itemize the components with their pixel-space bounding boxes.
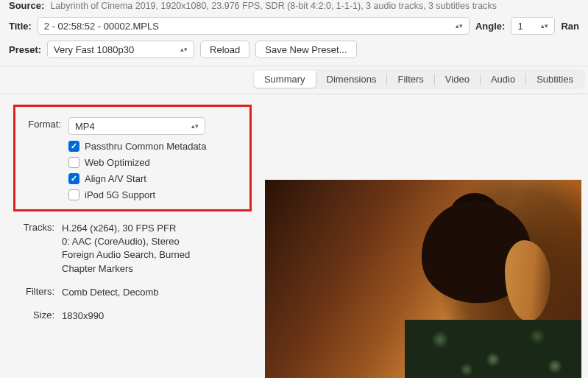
passthru-metadata-checkbox[interactable]: ✓: [68, 141, 79, 152]
ipod-5g-label: iPod 5G Support: [85, 189, 155, 200]
tab-group: Summary Dimensions Filters Video Audio S…: [252, 69, 585, 89]
angle-select[interactable]: 1 ▴▾: [511, 17, 555, 35]
range-label: Ran: [561, 21, 579, 32]
angle-label: Angle:: [475, 21, 505, 32]
web-optimized-checkbox[interactable]: [68, 157, 79, 168]
preview-image: [265, 180, 581, 378]
align-av-label: Align A/V Start: [85, 173, 146, 184]
tracks-label: Tracks:: [13, 222, 54, 233]
source-text: Labyrinth of Cinema 2019, 1920x1080, 23.…: [50, 1, 497, 11]
tracks-value: H.264 (x264), 30 FPS PFR 0: AAC (CoreAud…: [62, 222, 190, 276]
filters-label: Filters:: [13, 286, 54, 297]
tab-dimensions[interactable]: Dimensions: [316, 71, 387, 88]
title-value: 2 - 02:58:52 - 00002.MPLS: [44, 21, 159, 32]
title-label: Title:: [9, 21, 32, 32]
tracks-line: 0: AAC (CoreAudio), Stereo: [62, 235, 190, 248]
source-label: Source:: [9, 0, 44, 11]
format-value: MP4: [75, 121, 95, 132]
web-optimized-label: Web Optimized: [85, 157, 150, 168]
title-select[interactable]: 2 - 02:58:52 - 00002.MPLS ▴▾: [38, 17, 470, 35]
align-av-checkbox[interactable]: ✓: [68, 173, 79, 184]
updown-icon: ▴▾: [191, 123, 199, 130]
tab-subtitles[interactable]: Subtitles: [526, 71, 584, 88]
format-label: Format:: [20, 117, 61, 130]
preset-value: Very Fast 1080p30: [54, 44, 134, 55]
summary-panel: Format: MP4 ▴▾ ✓ Passthru Common Metadat…: [0, 94, 265, 378]
updown-icon: ▴▾: [180, 46, 188, 53]
save-new-preset-button[interactable]: Save New Preset...: [255, 41, 356, 58]
reload-button[interactable]: Reload: [200, 41, 249, 58]
tracks-line: Foreign Audio Search, Burned: [62, 248, 190, 262]
preset-label: Preset:: [9, 44, 41, 55]
updown-icon: ▴▾: [541, 23, 548, 29]
size-label: Size:: [13, 309, 54, 321]
ipod-5g-checkbox[interactable]: [68, 189, 79, 200]
format-select[interactable]: MP4 ▴▾: [68, 117, 205, 135]
tab-video[interactable]: Video: [435, 71, 480, 88]
tracks-line: Chapter Markers: [62, 262, 190, 276]
filters-value: Comb Detect, Decomb: [62, 286, 159, 299]
size-value: 1830x990: [62, 309, 104, 323]
passthru-metadata-label: Passthru Common Metadata: [85, 141, 206, 152]
tab-summary[interactable]: Summary: [254, 71, 316, 88]
updown-icon: ▴▾: [456, 23, 463, 29]
tab-filters[interactable]: Filters: [387, 71, 433, 88]
tracks-line: H.264 (x264), 30 FPS PFR: [62, 222, 190, 235]
format-highlight-box: Format: MP4 ▴▾ ✓ Passthru Common Metadat…: [13, 105, 252, 211]
preset-select[interactable]: Very Fast 1080p30 ▴▾: [47, 41, 194, 58]
tab-audio[interactable]: Audio: [481, 71, 525, 88]
angle-value: 1: [517, 21, 523, 32]
